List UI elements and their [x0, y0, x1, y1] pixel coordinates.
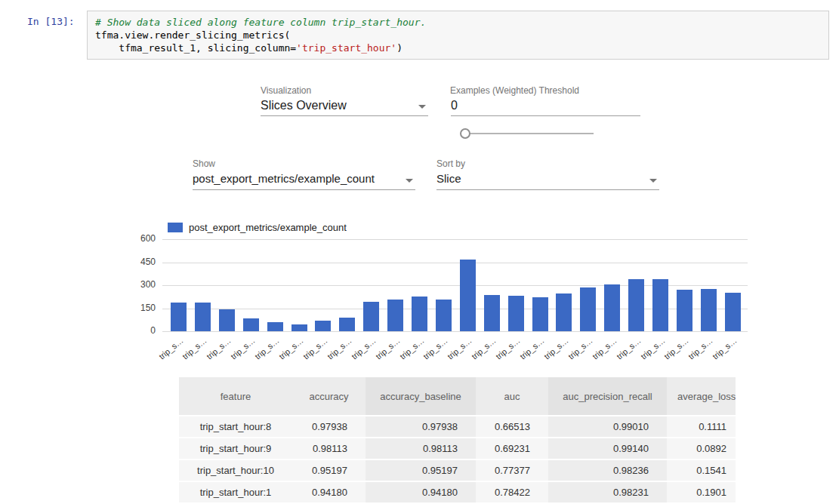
table-header-row: featureaccuracyaccuracy_baselineaucauc_p… [179, 377, 736, 415]
bar[interactable] [436, 300, 452, 331]
threshold-input-value: 0 [451, 99, 458, 112]
bar[interactable] [652, 279, 668, 331]
string-literal: 'trip_start_hour' [296, 42, 396, 54]
table-cell: 0.77377 [476, 460, 548, 481]
y-axis: 0150300450600 [136, 239, 156, 337]
notebook-page: In [13]: # Show data sliced along featur… [0, 0, 839, 504]
table-header-cell[interactable]: auc_precision_recall [548, 377, 667, 415]
gridline [162, 331, 748, 332]
bar[interactable] [484, 295, 500, 331]
table-cell: 0.66513 [476, 416, 548, 437]
table-cell: 0.69231 [476, 438, 548, 459]
visualization-select[interactable]: Slices Overview [261, 97, 428, 116]
gridline [162, 263, 748, 263]
table-cell: 0.98113 [292, 438, 366, 459]
metrics-table: featureaccuracyaccuracy_baselineaucauc_p… [179, 377, 736, 502]
code-text: tfma_result_1, slicing_column= [95, 42, 296, 54]
threshold-slider[interactable] [460, 128, 596, 139]
table-cell: trip_start_hour:10 [179, 460, 292, 481]
bar[interactable] [387, 300, 403, 331]
table-cell: 0.1541 [667, 460, 736, 481]
bar[interactable] [243, 318, 259, 331]
metric-select[interactable]: post_export_metrics/example_count [193, 171, 415, 190]
show-label: Show [193, 158, 215, 169]
code-text: ) [396, 42, 403, 54]
bar-chart: post_export_metrics/example_count 015030… [136, 217, 763, 364]
table-header-cell[interactable]: accuracy [292, 377, 366, 415]
bar[interactable] [628, 279, 644, 331]
table-row: trip_start_hour:10.941800.941800.784220.… [179, 482, 736, 502]
bar[interactable] [315, 321, 331, 331]
table-cell: 0.1111 [667, 416, 736, 437]
x-axis: trip_s…trip_s…trip_s…trip_s…trip_s…trip_… [162, 334, 748, 363]
y-axis-tick: 0 [136, 325, 156, 336]
bar[interactable] [339, 318, 355, 331]
table-cell: 0.99140 [548, 438, 667, 459]
bar[interactable] [363, 302, 379, 331]
table-row: trip_start_hour:80.979380.979380.665130.… [179, 416, 736, 437]
table-cell: 0.1901 [667, 482, 736, 502]
code-comment: # Show data sliced along feature column … [95, 16, 821, 29]
table-cell: 0.99010 [548, 416, 667, 437]
table-cell: 0.95197 [292, 460, 366, 481]
bar[interactable] [725, 293, 741, 331]
table-cell: 0.98236 [548, 460, 667, 481]
chevron-down-icon [418, 105, 426, 109]
bar[interactable] [171, 303, 187, 331]
table-cell: 0.94180 [366, 482, 476, 502]
chevron-down-icon [649, 179, 657, 183]
visualization-label: Visualization [261, 85, 311, 96]
table-cell: 0.95197 [366, 460, 476, 481]
table-body: trip_start_hour:80.979380.979380.665130.… [179, 416, 736, 502]
bar[interactable] [580, 287, 596, 331]
bar[interactable] [556, 293, 572, 331]
bar[interactable] [219, 309, 235, 331]
y-axis-tick: 150 [136, 303, 156, 313]
sort-select-value: Slice [436, 172, 461, 185]
threshold-input[interactable]: 0 [451, 97, 640, 116]
bar[interactable] [701, 289, 717, 331]
table-cell: 0.97938 [292, 416, 366, 437]
table-cell: trip_start_hour:8 [179, 416, 292, 437]
bar[interactable] [508, 296, 524, 331]
bar-chart-plot [162, 239, 748, 331]
table-cell: 0.78422 [476, 482, 548, 502]
visualization-select-value: Slices Overview [261, 99, 347, 112]
code-line: tfma_result_1, slicing_column='trip_star… [95, 41, 821, 54]
bar[interactable] [291, 324, 307, 331]
slider-track[interactable] [465, 133, 594, 134]
bar[interactable] [532, 297, 548, 331]
metric-select-value: post_export_metrics/example_count [193, 172, 375, 185]
input-prompt: In [13]: [27, 16, 75, 27]
gridline [162, 239, 748, 240]
table-cell: 0.98113 [366, 438, 476, 459]
table-row: trip_start_hour:100.951970.951970.773770… [179, 460, 736, 481]
y-axis-tick: 300 [136, 279, 156, 290]
bar[interactable] [412, 297, 427, 331]
bar[interactable] [267, 322, 283, 331]
table-header-cell[interactable]: auc [476, 377, 548, 415]
code-cell[interactable]: # Show data sliced along feature column … [87, 11, 829, 60]
legend-label: post_export_metrics/example_count [189, 222, 347, 233]
legend-swatch [168, 223, 183, 232]
table-cell: 0.94180 [292, 482, 366, 502]
y-axis-tick: 600 [136, 233, 156, 244]
threshold-label: Examples (Weighted) Threshold [450, 85, 579, 96]
table-header-cell[interactable]: average_loss [667, 377, 736, 415]
table-cell: trip_start_hour:1 [179, 482, 292, 502]
chevron-down-icon [406, 179, 413, 183]
table-cell: 0.0892 [667, 438, 736, 459]
y-axis-tick: 450 [136, 257, 156, 267]
slider-handle[interactable] [460, 128, 470, 139]
code-line: tfma.view.render_slicing_metrics( [95, 29, 821, 41]
table-cell: 0.97938 [366, 416, 476, 437]
table-header-cell[interactable]: feature [179, 377, 292, 415]
table-cell: 0.98231 [548, 482, 667, 502]
sort-by-label: Sort by [436, 158, 465, 169]
bar[interactable] [604, 284, 620, 331]
table-header-cell[interactable]: accuracy_baseline [366, 377, 476, 415]
bar[interactable] [195, 303, 211, 331]
bar[interactable] [460, 260, 476, 331]
bar[interactable] [677, 290, 692, 331]
sort-select[interactable]: Slice [436, 171, 659, 190]
